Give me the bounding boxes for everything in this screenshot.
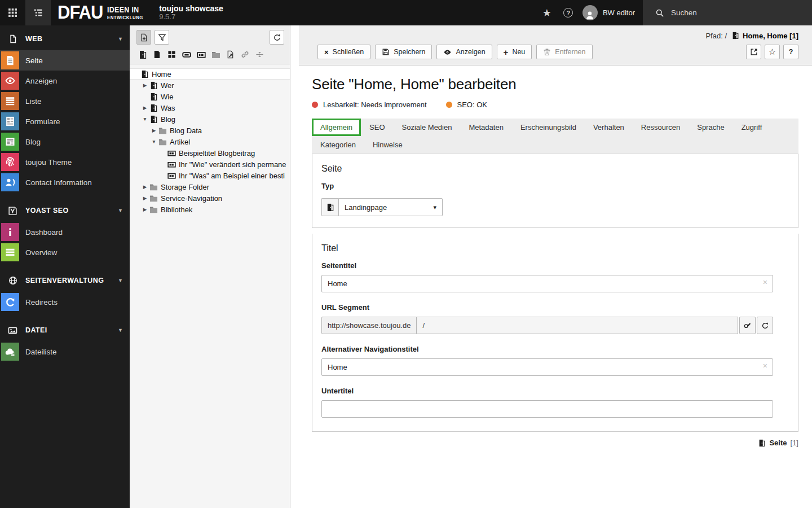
group-header-yoast[interactable]: YOAST SEO ▼ (0, 199, 130, 222)
drag-new-shortcut[interactable] (226, 50, 235, 59)
group-header-web[interactable]: WEB ▼ (0, 28, 130, 50)
seitentitel-label: Seitentitel (321, 261, 773, 270)
sidebar-item-redirects[interactable]: Redirects (0, 292, 130, 312)
new-button[interactable]: + Neu (497, 45, 532, 59)
module-menu-toggle-button[interactable] (0, 0, 25, 25)
seitentitel-input[interactable] (321, 275, 773, 292)
drag-new-page-grid[interactable] (167, 50, 176, 59)
tab-zugriff[interactable]: Zugriff (733, 119, 771, 136)
bookmark-page-button[interactable]: ☆ (765, 45, 780, 59)
sidebar-item-formulare[interactable]: Formulare (0, 111, 130, 132)
sidebar-item-anzeigen[interactable]: Anzeigen (0, 71, 130, 91)
section-heading: Titel (321, 243, 789, 253)
tree-item[interactable]: ▼ Artikel (130, 136, 290, 147)
tree-item[interactable]: ▼ Blog (130, 113, 290, 125)
eye-icon (443, 48, 452, 56)
tree-item[interactable]: ▶ Bibliothek (130, 204, 290, 215)
collapse-caret-icon[interactable]: ▼ (150, 139, 158, 144)
chevron-down-icon: ▾ (433, 204, 436, 211)
sidebar-item-liste[interactable]: Liste (0, 91, 130, 111)
expand-caret-icon[interactable]: ▶ (150, 128, 158, 133)
help-button-docheader[interactable]: ? (783, 45, 798, 59)
seo-status: SEO: OK (446, 100, 487, 109)
section-titel: Titel Seitentitel × URL Segment http://s… (312, 234, 798, 432)
sidebar-item-blog[interactable]: Blog (0, 132, 130, 152)
drag-new-divider[interactable] (255, 50, 264, 59)
close-button[interactable]: × Schließen (317, 45, 370, 59)
tab-kategorien[interactable]: Kategorien (312, 136, 364, 154)
clear-input-icon[interactable]: × (763, 278, 767, 286)
refresh-tree-button[interactable] (270, 30, 284, 45)
url-segment-label: URL Segment (321, 303, 773, 312)
tab-verhalten[interactable]: Verhalten (585, 119, 633, 136)
username: BW editor (603, 8, 635, 17)
help-button[interactable]: ? (558, 0, 579, 25)
star-outline-icon: ☆ (769, 47, 776, 57)
topbar: DFAU IDEEN IN ENTWICKLUNG toujou showcas… (0, 0, 812, 25)
sidebar-item-overview[interactable]: Overview (0, 242, 130, 262)
sidebar-item-toujou-theme[interactable]: toujou Theme (0, 152, 130, 172)
sidebar-item-contact-information[interactable]: Contact Information (0, 172, 130, 192)
navigation-toggle-button[interactable] (25, 0, 51, 25)
tree-item[interactable]: ▶ Storage Folder (130, 181, 290, 192)
tree-item[interactable]: Home (130, 68, 290, 80)
expand-caret-icon[interactable]: ▶ (141, 184, 149, 190)
section-heading: Seite (321, 164, 789, 174)
view-button[interactable]: Anzeigen (436, 45, 492, 59)
tree-item[interactable]: Wie (130, 91, 290, 102)
drag-new-folder[interactable] (211, 50, 220, 59)
tree-item[interactable]: ▶ Was (130, 102, 290, 113)
tab-erscheinungsbild[interactable]: Erscheinungsbild (512, 119, 585, 136)
bookmark-button[interactable]: ★ (536, 0, 558, 25)
section-seite: Seite Typ Landingpage ▾ (312, 154, 798, 228)
url-edit-toggle-button[interactable] (739, 317, 756, 334)
tree-item[interactable]: Ihr "Wie" verändert sich permane (130, 159, 290, 170)
tab-hinweise[interactable]: Hinweise (364, 136, 411, 154)
expand-caret-icon[interactable]: ▶ (141, 207, 149, 212)
url-recalculate-button[interactable] (757, 317, 773, 334)
group-header-datei[interactable]: DATEI ▼ (0, 319, 130, 341)
nav-titel-input[interactable] (321, 358, 773, 376)
tree-item[interactable]: ▶ Blog Data (130, 125, 290, 136)
tree-item[interactable]: Ihr "Was" am Beispiel einer besti (130, 170, 290, 181)
typ-select[interactable]: Landingpage ▾ (338, 198, 443, 216)
avatar (582, 5, 598, 20)
drag-new-plugin-page[interactable] (196, 50, 206, 59)
page-icon (149, 81, 158, 90)
tree-item[interactable]: ▶ Service-Navigation (130, 192, 290, 204)
drag-new-page-standard[interactable] (152, 50, 162, 59)
tab-allgemein[interactable]: Allgemein (312, 119, 361, 136)
filter-button[interactable] (155, 30, 169, 45)
drag-new-page-default[interactable] (138, 50, 147, 59)
save-button[interactable]: Speichern (375, 45, 432, 59)
tab-soziale-medien[interactable]: Soziale Medien (394, 119, 461, 136)
open-in-new-window-button[interactable] (746, 45, 761, 59)
group-header-seitenverwaltung[interactable]: SEITENVERWALTUNG ▼ (0, 269, 130, 292)
user-menu[interactable]: BW editor (579, 0, 643, 25)
logo-text: DFAU (58, 2, 103, 24)
expand-caret-icon[interactable]: ▶ (141, 105, 149, 111)
site-title: toujou showcase (159, 4, 223, 13)
drag-new-mountpoint[interactable] (182, 50, 191, 59)
global-search[interactable]: Suchen (643, 0, 812, 25)
tab-metadaten[interactable]: Metadaten (460, 119, 511, 136)
sidebar-item-seite[interactable]: Seite (0, 50, 130, 71)
tree-item[interactable]: ▶ Wer (130, 80, 290, 91)
new-page-button[interactable] (136, 30, 151, 45)
panel-splitter[interactable] (290, 25, 299, 508)
record-footer: Seite [1] (312, 439, 798, 447)
expand-caret-icon[interactable]: ▶ (141, 82, 149, 88)
sidebar-item-dateiliste[interactable]: Dateiliste (0, 341, 130, 362)
delete-button[interactable]: Entfernen (536, 45, 592, 59)
plus-icon: + (504, 47, 509, 57)
expand-caret-icon[interactable]: ▶ (141, 195, 149, 201)
drag-new-link[interactable] (240, 50, 250, 59)
tab-seo[interactable]: SEO (361, 119, 393, 136)
clear-input-icon[interactable]: × (763, 362, 767, 370)
sidebar-item-dashboard[interactable]: Dashboard (0, 222, 130, 242)
tab-ressourcen[interactable]: Ressourcen (633, 119, 689, 136)
tree-item[interactable]: Beispieltitel Blogbeitrag (130, 147, 290, 159)
collapse-caret-icon[interactable]: ▼ (141, 116, 149, 122)
tab-sprache[interactable]: Sprache (689, 119, 732, 136)
untertitel-input[interactable] (321, 400, 773, 418)
